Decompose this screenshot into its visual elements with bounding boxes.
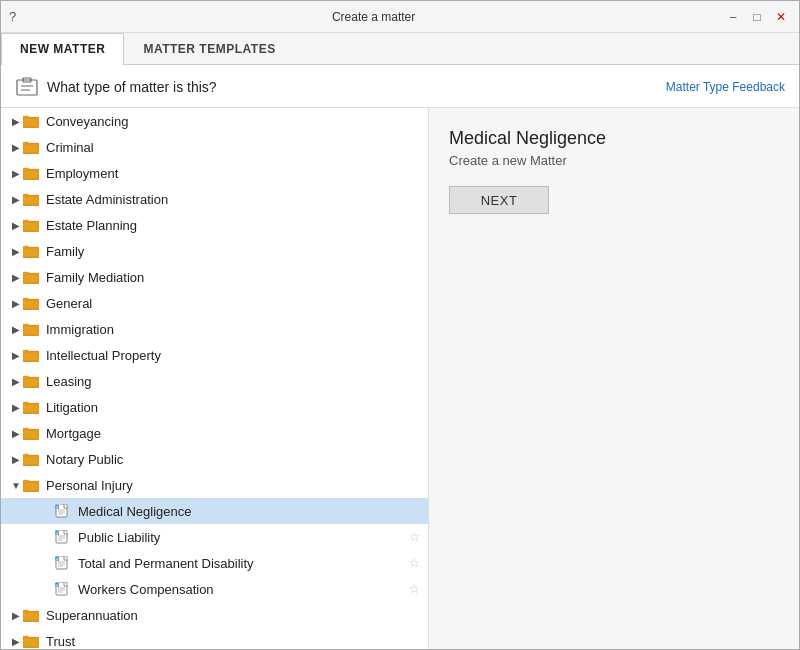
main-window: ? Create a matter – □ ✕ NEW MATTER MATTE… (0, 0, 800, 650)
tree-item-estate-planning[interactable]: ▶ Estate Planning (1, 212, 428, 238)
expand-arrow: ▶ (9, 428, 23, 439)
folder-icon (23, 244, 41, 258)
svg-text:M: M (56, 584, 59, 588)
tree-item-conveyancing[interactable]: ▶ Conveyancing (1, 108, 428, 134)
folder-icon (23, 634, 41, 648)
expand-arrow: ▶ (9, 194, 23, 205)
expand-arrow: ▶ (9, 246, 23, 257)
expand-arrow: ▶ (9, 350, 23, 361)
minimize-button[interactable]: – (723, 7, 743, 27)
svg-rect-13 (23, 352, 39, 361)
item-label: Total and Permanent Disability (78, 556, 406, 571)
tree-item-employment[interactable]: ▶ Employment (1, 160, 428, 186)
tree-item-family[interactable]: ▶ Family (1, 238, 428, 264)
expand-arrow: ▶ (9, 402, 23, 413)
item-label: Workers Compensation (78, 582, 406, 597)
expand-arrow: ▶ (9, 116, 23, 127)
detail-panel: Medical Negligence Create a new Matter N… (429, 108, 799, 649)
folder-icon (23, 608, 41, 622)
item-label: Employment (46, 166, 428, 181)
tab-new-matter[interactable]: NEW MATTER (1, 33, 124, 65)
svg-rect-8 (23, 222, 39, 231)
expand-arrow: ▶ (9, 324, 23, 335)
expand-arrow: ▶ (9, 142, 23, 153)
svg-rect-43 (23, 612, 39, 621)
folder-icon (23, 270, 41, 284)
item-label: Notary Public (46, 452, 428, 467)
tree-item-intellectual-property[interactable]: ▶ Intellectual Property (1, 342, 428, 368)
svg-rect-4 (23, 118, 39, 127)
tree-item-mortgage[interactable]: ▶ Mortgage (1, 420, 428, 446)
item-label: Mortgage (46, 426, 428, 441)
content-area: ▶ Conveyancing▶ Criminal▶ Employment▶ Es… (1, 108, 799, 649)
svg-rect-6 (23, 170, 39, 179)
tree-scroll[interactable]: ▶ Conveyancing▶ Criminal▶ Employment▶ Es… (1, 108, 428, 649)
feedback-link[interactable]: Matter Type Feedback (666, 80, 785, 94)
close-button[interactable]: ✕ (771, 7, 791, 27)
help-icon[interactable]: ? (9, 9, 16, 24)
star-icon[interactable]: ☆ (406, 555, 422, 571)
tree-item-personal-injury[interactable]: ▼ Personal Injury (1, 472, 428, 498)
window-controls: – □ ✕ (723, 7, 791, 27)
folder-icon (23, 452, 41, 466)
item-label: General (46, 296, 428, 311)
tree-item-public-liability[interactable]: M Public Liability☆ (1, 524, 428, 550)
star-icon[interactable]: ☆ (406, 581, 422, 597)
tab-matter-templates[interactable]: MATTER TEMPLATES (124, 33, 294, 64)
header-left: What type of matter is this? (15, 75, 217, 99)
expand-arrow: ▶ (9, 272, 23, 283)
tree-item-workers-comp[interactable]: M Workers Compensation☆ (1, 576, 428, 602)
folder-icon (23, 296, 41, 310)
tree-item-total-permanent[interactable]: M Total and Permanent Disability☆ (1, 550, 428, 576)
next-button[interactable]: NEXT (449, 186, 549, 214)
tree-item-notary-public[interactable]: ▶ Notary Public (1, 446, 428, 472)
maximize-button[interactable]: □ (747, 7, 767, 27)
folder-icon (23, 426, 41, 440)
folder-icon (23, 322, 41, 336)
svg-rect-10 (23, 274, 39, 283)
tree-item-medical-negligence[interactable]: M Medical Negligence (1, 498, 428, 524)
item-label: Intellectual Property (46, 348, 428, 363)
tab-bar: NEW MATTER MATTER TEMPLATES (1, 33, 799, 65)
svg-rect-18 (23, 482, 39, 491)
expand-arrow: ▼ (9, 480, 23, 491)
svg-rect-12 (23, 326, 39, 335)
svg-text:M: M (56, 558, 59, 562)
tree-item-family-mediation[interactable]: ▶ Family Mediation (1, 264, 428, 290)
folder-icon (23, 400, 41, 414)
header-row: What type of matter is this? Matter Type… (1, 65, 799, 108)
tree-panel: ▶ Conveyancing▶ Criminal▶ Employment▶ Es… (1, 108, 429, 649)
folder-icon (23, 348, 41, 362)
expand-arrow: ▶ (9, 454, 23, 465)
title-bar: ? Create a matter – □ ✕ (1, 1, 799, 33)
tree-item-leasing[interactable]: ▶ Leasing (1, 368, 428, 394)
detail-title: Medical Negligence (449, 128, 779, 149)
item-label: Medical Negligence (78, 504, 428, 519)
svg-rect-14 (23, 378, 39, 387)
item-label: Criminal (46, 140, 428, 155)
folder-icon (23, 114, 41, 128)
svg-text:M: M (56, 532, 59, 536)
folder-icon (23, 218, 41, 232)
tree-item-estate-admin[interactable]: ▶ Estate Administration (1, 186, 428, 212)
tree-item-general[interactable]: ▶ General (1, 290, 428, 316)
folder-icon (23, 192, 41, 206)
tree-item-trust[interactable]: ▶ Trust (1, 628, 428, 649)
svg-rect-11 (23, 300, 39, 309)
header-title: What type of matter is this? (47, 79, 217, 95)
folder-icon (23, 166, 41, 180)
tree-item-superannuation[interactable]: ▶ Superannuation (1, 602, 428, 628)
svg-rect-5 (23, 144, 39, 153)
expand-arrow: ▶ (9, 220, 23, 231)
svg-rect-44 (23, 638, 39, 647)
folder-icon (23, 478, 41, 492)
svg-rect-7 (23, 196, 39, 205)
tree-item-litigation[interactable]: ▶ Litigation (1, 394, 428, 420)
item-label: Estate Administration (46, 192, 428, 207)
document-icon: M (55, 556, 73, 570)
svg-text:M: M (56, 506, 59, 510)
tree-item-immigration[interactable]: ▶ Immigration (1, 316, 428, 342)
tree-item-criminal[interactable]: ▶ Criminal (1, 134, 428, 160)
star-icon[interactable]: ☆ (406, 529, 422, 545)
item-label: Family Mediation (46, 270, 428, 285)
